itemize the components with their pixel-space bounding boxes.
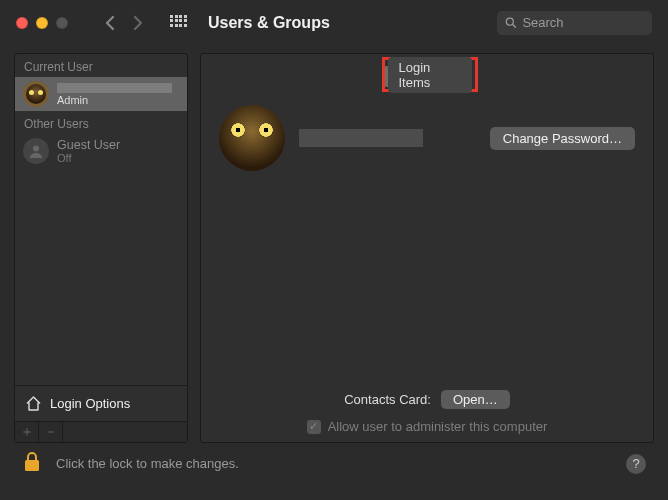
login-options-row[interactable]: Login Options [15, 385, 187, 421]
lock-help-text: Click the lock to make changes. [56, 456, 239, 471]
change-password-button[interactable]: Change Password… [490, 127, 635, 150]
contacts-card-row: Contacts Card: Open… [219, 390, 635, 409]
main-panel: Password Login Items Change Password… Co… [200, 53, 654, 443]
nav-arrows [104, 15, 144, 31]
current-user-section-label: Current User [15, 54, 187, 77]
svg-point-2 [33, 146, 39, 152]
footer: Click the lock to make changes. ? [0, 443, 668, 484]
user-avatar-large[interactable] [219, 105, 285, 171]
add-user-button[interactable]: ＋ [15, 422, 39, 442]
search-box[interactable] [497, 11, 652, 35]
current-user-avatar [23, 81, 49, 107]
add-remove-bar: ＋ － [15, 421, 187, 442]
guest-user-status: Off [57, 152, 120, 164]
user-list-sidebar: Current User Admin Other Users Guest Use… [14, 53, 188, 443]
tab-bar: Password Login Items [382, 66, 471, 87]
traffic-lights [16, 17, 68, 29]
tab-login-items[interactable]: Login Items [388, 57, 471, 93]
zoom-window-button[interactable] [56, 17, 68, 29]
login-items-highlight: Login Items [382, 57, 477, 92]
guest-avatar-icon [23, 138, 49, 164]
titlebar: Users & Groups [0, 0, 668, 45]
close-window-button[interactable] [16, 17, 28, 29]
remove-user-button[interactable]: － [39, 422, 63, 442]
house-icon [25, 395, 42, 412]
forward-button[interactable] [133, 15, 144, 31]
guest-user-name: Guest User [57, 138, 120, 152]
window-title: Users & Groups [208, 14, 330, 32]
back-button[interactable] [104, 15, 115, 31]
contacts-card-label: Contacts Card: [344, 392, 431, 407]
current-user-role: Admin [57, 94, 172, 106]
minimize-window-button[interactable] [36, 17, 48, 29]
admin-checkbox[interactable]: ✓ [307, 420, 321, 434]
svg-rect-3 [25, 460, 39, 471]
admin-checkbox-label: Allow user to administer this computer [328, 419, 548, 434]
search-icon [505, 16, 516, 29]
user-header: Change Password… [219, 105, 635, 171]
svg-line-1 [512, 24, 515, 27]
login-options-label: Login Options [50, 396, 130, 411]
user-fullname-redacted [299, 129, 423, 147]
search-input[interactable] [522, 15, 644, 30]
open-contacts-button[interactable]: Open… [441, 390, 510, 409]
show-all-prefs-button[interactable] [170, 15, 186, 31]
current-user-name-redacted [57, 83, 172, 93]
lock-icon[interactable] [22, 450, 42, 478]
admin-checkbox-row: ✓ Allow user to administer this computer [219, 419, 635, 434]
other-users-section-label: Other Users [15, 111, 187, 134]
guest-user-row[interactable]: Guest User Off [15, 134, 187, 168]
current-user-row[interactable]: Admin [15, 77, 187, 111]
help-button[interactable]: ? [626, 454, 646, 474]
